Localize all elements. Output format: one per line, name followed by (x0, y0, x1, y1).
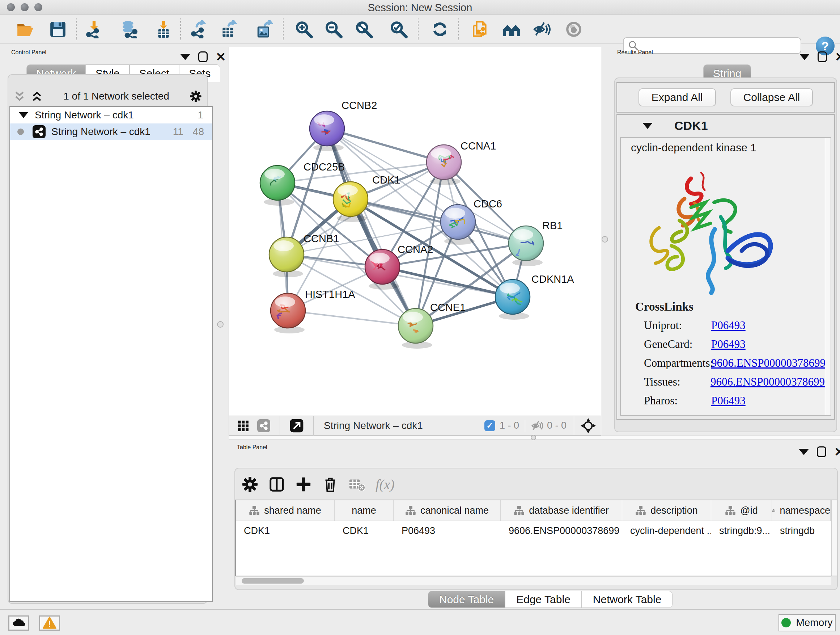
import-table-file-icon[interactable] (154, 20, 173, 39)
column-header-database-identifier[interactable]: database identifier (501, 500, 622, 521)
string-home-icon[interactable] (502, 20, 521, 39)
table-panel-collapse-icon[interactable] (799, 449, 809, 455)
node-label-CCNA1: CCNA1 (461, 140, 496, 152)
crosslink-value-link[interactable]: 9606.ENSP00000378699 (711, 375, 825, 388)
table-panel-close-icon[interactable]: ✕ (834, 447, 840, 457)
network-options-gear-icon[interactable] (189, 90, 202, 103)
table-panel-float-icon[interactable] (817, 447, 826, 457)
column-header-canonical-name[interactable]: canonical name (393, 500, 501, 521)
network-tree-selected-row[interactable]: String Network – cdk1 11 48 (10, 124, 212, 140)
table-horizontal-scrollbar[interactable] (236, 576, 831, 585)
cell-name[interactable]: CDK1 (335, 521, 393, 540)
detach-view-icon[interactable] (289, 418, 304, 433)
tab-edge-table[interactable]: Edge Table (505, 591, 582, 608)
network-node-CCNA1[interactable] (426, 145, 461, 185)
column-header-name[interactable]: name (335, 500, 393, 521)
zoom-in-icon[interactable] (294, 20, 313, 39)
network-node-CCNE1[interactable] (398, 309, 433, 348)
network-collection-label: String Network – cdk1 (35, 109, 134, 121)
cell-shared-name[interactable]: CDK1 (236, 521, 335, 540)
results-panel-close-icon[interactable]: ✕ (835, 51, 840, 62)
birdseye-grid-icon[interactable] (237, 420, 249, 432)
collapse-all-networks-icon[interactable] (13, 90, 26, 103)
results-buttons-box: Expand All Collapse All (616, 82, 835, 112)
control-panel-float-icon[interactable] (198, 51, 208, 62)
column-type-icon (249, 505, 260, 516)
network-node-CCNB1[interactable] (269, 237, 304, 277)
network-node-CDK1[interactable] (333, 182, 368, 222)
column-header-shared-name[interactable]: shared name (236, 500, 335, 521)
crosslink-value-link[interactable]: P06493 (711, 319, 745, 332)
cell-canonical-name[interactable]: P06493 (393, 521, 501, 540)
results-panel-float-icon[interactable] (818, 51, 827, 62)
delete-column-icon[interactable] (322, 476, 339, 493)
entry-collapse-icon[interactable] (643, 123, 653, 129)
add-column-icon[interactable] (295, 476, 312, 493)
show-columns-icon[interactable] (268, 476, 285, 493)
tree-expand-icon[interactable] (19, 112, 28, 118)
export-network-icon[interactable] (189, 20, 208, 39)
column-header-label: @id (740, 505, 758, 516)
network-node-CCNA2[interactable] (365, 249, 400, 290)
import-network-database-icon[interactable] (119, 20, 138, 39)
show-all-icon[interactable] (564, 20, 583, 39)
network-type-share-icon[interactable] (257, 419, 270, 432)
crosslink-row: Compartments:9606.ENSP00000378699 (644, 354, 825, 372)
refresh-view-icon[interactable] (431, 20, 449, 39)
network-edge-HIST1H1A-CCNE1[interactable] (288, 310, 416, 326)
expand-all-button[interactable]: Expand All (638, 88, 716, 106)
control-panel-close-icon[interactable]: ✕ (216, 51, 226, 62)
network-node-CDC25B[interactable] (260, 165, 295, 206)
expand-all-networks-icon[interactable] (31, 90, 43, 103)
automation-cloud-button[interactable] (8, 616, 29, 631)
network-node-HIST1H1A[interactable] (271, 293, 305, 333)
table-row[interactable]: CDK1CDK1P064939606.ENSP00000378699cyclin… (236, 521, 836, 540)
zoom-out-icon[interactable] (324, 20, 343, 39)
selected-checkbox-icon[interactable]: ✓ (485, 420, 495, 431)
cell-namespace[interactable]: stringdb (772, 521, 831, 540)
results-scrollbar[interactable] (825, 138, 830, 415)
network-canvas[interactable]: CCNB2CCNA1CDC25BCDK1CDC6RB1CCNB1CCNA2CDK… (229, 47, 601, 416)
left-splitter-handle[interactable] (217, 321, 224, 328)
entry-header[interactable]: CDK1 (617, 115, 834, 136)
cell-database-identifier[interactable]: 9606.ENSP00000378699 (501, 521, 622, 540)
right-splitter-handle[interactable] (602, 236, 608, 242)
column-header-label: shared name (264, 505, 321, 516)
results-panel-collapse-icon[interactable] (799, 54, 810, 60)
collapse-all-button[interactable]: Collapse All (730, 88, 813, 106)
control-panel-collapse-icon[interactable] (180, 54, 190, 60)
table-options-gear-icon[interactable] (242, 476, 258, 493)
open-session-icon[interactable] (16, 20, 35, 39)
zoom-selected-icon[interactable] (389, 20, 408, 39)
network-node-CCNB2[interactable] (309, 111, 344, 151)
tab-node-table[interactable]: Node Table (428, 591, 505, 608)
fit-content-icon[interactable] (355, 20, 373, 39)
warnings-button[interactable] (39, 616, 60, 631)
cell-description[interactable]: cyclin-dependent ... (622, 521, 711, 540)
column-header-description[interactable]: description (622, 500, 711, 521)
network-node-CDC6[interactable] (441, 204, 475, 245)
export-table-icon[interactable] (219, 20, 238, 39)
column-header-@id[interactable]: @id (711, 500, 772, 521)
memory-status-dot (782, 618, 791, 627)
import-network-file-icon[interactable] (85, 20, 103, 39)
network-node-CDKN1A[interactable] (495, 279, 530, 320)
network-node-RB1[interactable] (508, 226, 543, 266)
node-label-RB1: RB1 (542, 220, 562, 231)
selected-count: 1 - 0 (500, 420, 519, 431)
save-session-icon[interactable] (49, 20, 67, 39)
crosslink-value-link[interactable]: 9606.ENSP00000378699 (711, 356, 826, 370)
scrollbar-thumb[interactable] (242, 578, 304, 584)
export-image-icon[interactable] (255, 20, 273, 39)
network-tree-root-row[interactable]: String Network – cdk1 1 (10, 107, 212, 124)
cell-@id[interactable]: stringdb:9... (711, 521, 772, 540)
memory-button[interactable]: Memory (778, 614, 836, 631)
table-vertical-scrollbar[interactable] (831, 500, 837, 576)
hide-selected-icon[interactable] (532, 20, 551, 39)
crosslink-value-link[interactable]: P06493 (711, 394, 745, 407)
crosslink-value-link[interactable]: P06493 (711, 338, 745, 351)
column-header-namespace[interactable]: namespace (772, 500, 831, 521)
string-import-icon[interactable] (471, 20, 490, 39)
tab-network-table[interactable]: Network Table (582, 591, 673, 608)
crosshair-icon[interactable] (581, 418, 596, 433)
